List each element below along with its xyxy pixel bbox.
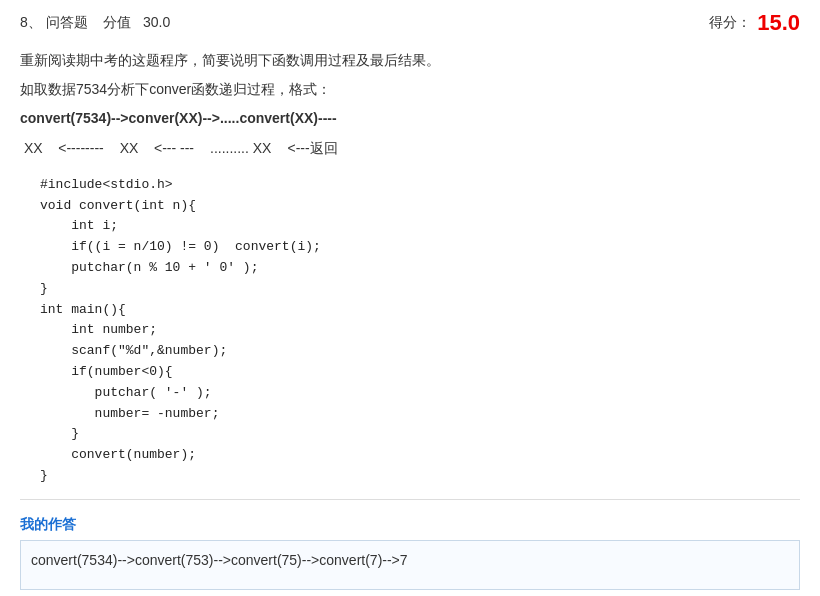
code-block: #include<stdio.h> void convert(int n){ i… bbox=[20, 171, 800, 491]
description-line2: 如取数据7534分析下conver函数递归过程，格式： bbox=[20, 77, 800, 102]
my-answer-label: 我的作答 bbox=[20, 516, 800, 534]
question-meta: 8、 问答题 分值 30.0 bbox=[20, 14, 170, 32]
arrow-item-4: <---返回 bbox=[287, 136, 337, 161]
question-type: 问答题 bbox=[46, 14, 88, 30]
question-body: 重新阅读期中考的这题程序，简要说明下函数调用过程及最后结果。 如取数据7534分… bbox=[20, 48, 800, 161]
earned-label: 得分： bbox=[709, 14, 751, 32]
arrow-item-3: .......... XX bbox=[210, 136, 271, 161]
page-container: 8、 问答题 分值 30.0 得分： 15.0 重新阅读期中考的这题程序，简要说… bbox=[0, 0, 820, 596]
bold-line: convert(7534)-->conver(XX)-->.....conver… bbox=[20, 106, 800, 131]
my-answer-section: 我的作答 convert(7534)-->convert(753)-->conv… bbox=[20, 516, 800, 590]
question-header: 8、 问答题 分值 30.0 得分： 15.0 bbox=[20, 10, 800, 36]
question-number: 8 bbox=[20, 14, 28, 30]
my-answer-text: convert(7534)-->convert(753)-->convert(7… bbox=[31, 552, 408, 568]
arrow-line: XX <-------- XX <--- --- .......... XX <… bbox=[24, 136, 800, 161]
arrow-item-2: XX <--- --- bbox=[120, 136, 194, 161]
score-value: 30.0 bbox=[143, 14, 170, 30]
earned-value: 15.0 bbox=[757, 10, 800, 36]
arrow-item-1: XX <-------- bbox=[24, 136, 104, 161]
description-line1: 重新阅读期中考的这题程序，简要说明下函数调用过程及最后结果。 bbox=[20, 48, 800, 73]
score-section: 得分： 15.0 bbox=[709, 10, 800, 36]
score-label: 分值 bbox=[103, 14, 131, 30]
answer-box: convert(7534)-->convert(753)-->convert(7… bbox=[20, 540, 800, 590]
divider-line bbox=[20, 499, 800, 500]
